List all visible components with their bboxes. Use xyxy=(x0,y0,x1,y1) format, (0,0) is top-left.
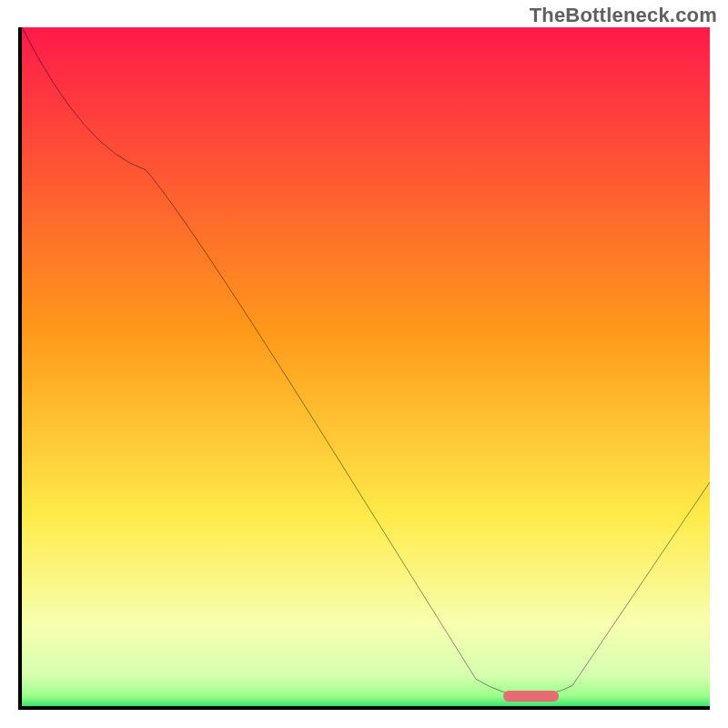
plot-area xyxy=(18,27,710,710)
optimal-zone-marker xyxy=(503,691,558,702)
chart-container: TheBottleneck.com xyxy=(0,0,728,728)
watermark-label: TheBottleneck.com xyxy=(530,4,717,27)
bottleneck-curve xyxy=(22,27,710,706)
